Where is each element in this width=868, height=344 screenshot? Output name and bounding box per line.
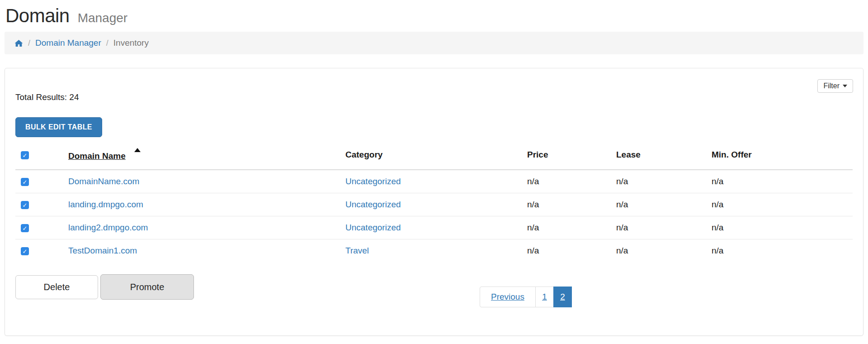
- page-title-sub: Manager: [78, 11, 128, 25]
- row-checkbox[interactable]: [21, 178, 29, 186]
- table-header-row: Domain Name Category Price Lease Min. Of…: [15, 140, 853, 170]
- header-category: Category: [342, 140, 524, 170]
- category-link[interactable]: Uncategorized: [345, 223, 401, 232]
- breadcrumb-current: Inventory: [113, 38, 149, 48]
- category-cell: Travel: [342, 239, 524, 262]
- bulk-edit-table-button[interactable]: BULK EDIT TABLE: [15, 117, 102, 137]
- table-row: DomainName.com Uncategorized n/a n/a n/a: [15, 170, 853, 193]
- price-cell: n/a: [524, 193, 613, 216]
- filter-button[interactable]: Filter: [817, 79, 853, 93]
- category-link[interactable]: Uncategorized: [345, 200, 401, 209]
- pagination-previous[interactable]: Previous: [480, 287, 536, 307]
- breadcrumb: / Domain Manager / Inventory: [5, 32, 863, 54]
- row-checkbox-cell: [15, 216, 57, 239]
- table-row: TestDomain1.com Travel n/a n/a n/a: [15, 239, 853, 262]
- category-cell: Uncategorized: [342, 193, 524, 216]
- filter-button-label: Filter: [823, 82, 840, 90]
- promote-button[interactable]: Promote: [100, 274, 194, 300]
- row-checkbox-cell: [15, 239, 57, 262]
- select-all-checkbox[interactable]: [21, 151, 29, 159]
- table-row: landing.dmpgo.com Uncategorized n/a n/a …: [15, 193, 853, 216]
- actions-row: Delete Promote Previous 1 2: [15, 274, 853, 307]
- pagination: Previous 1 2: [480, 287, 572, 307]
- header-checkbox-cell: [15, 140, 57, 170]
- lease-cell: n/a: [613, 239, 708, 262]
- domain-cell: DomainName.com: [57, 170, 342, 193]
- min-offer-cell: n/a: [708, 193, 853, 216]
- price-cell: n/a: [524, 170, 613, 193]
- domain-link[interactable]: DomainName.com: [68, 177, 139, 186]
- pagination-page-2[interactable]: 2: [553, 287, 572, 307]
- lease-cell: n/a: [613, 216, 708, 239]
- table-body: DomainName.com Uncategorized n/a n/a n/a…: [15, 170, 853, 262]
- inventory-panel: Filter Total Results: 24 BULK EDIT TABLE…: [5, 68, 863, 336]
- lease-cell: n/a: [613, 170, 708, 193]
- category-link[interactable]: Travel: [345, 246, 369, 255]
- table-row: landing2.dmpgo.com Uncategorized n/a n/a…: [15, 216, 853, 239]
- breadcrumb-separator: /: [101, 38, 113, 48]
- header-price: Price: [524, 140, 613, 170]
- page: Domain Manager / Domain Manager / Invent…: [0, 0, 868, 336]
- total-results: Total Results: 24: [15, 92, 853, 102]
- row-checkbox-cell: [15, 193, 57, 216]
- caret-up-icon: [134, 148, 141, 152]
- row-checkbox[interactable]: [21, 247, 29, 255]
- domain-cell: TestDomain1.com: [57, 239, 342, 262]
- domain-cell: landing.dmpgo.com: [57, 193, 342, 216]
- header-lease: Lease: [613, 140, 708, 170]
- row-checkbox[interactable]: [21, 224, 29, 232]
- category-cell: Uncategorized: [342, 170, 524, 193]
- row-checkbox-cell: [15, 170, 57, 193]
- pagination-page-1[interactable]: 1: [535, 287, 554, 307]
- caret-down-icon: [843, 85, 847, 87]
- home-icon: [14, 39, 23, 48]
- header-min-offer: Min. Offer: [708, 140, 853, 170]
- price-cell: n/a: [524, 216, 613, 239]
- lease-cell: n/a: [613, 193, 708, 216]
- domain-link[interactable]: landing2.dmpgo.com: [68, 223, 148, 232]
- sort-by-domain-name-link[interactable]: Domain Name: [68, 151, 126, 161]
- domain-link[interactable]: landing.dmpgo.com: [68, 200, 143, 209]
- domain-link[interactable]: TestDomain1.com: [68, 246, 137, 255]
- min-offer-cell: n/a: [708, 216, 853, 239]
- category-link[interactable]: Uncategorized: [345, 177, 401, 186]
- delete-button[interactable]: Delete: [15, 275, 98, 299]
- breadcrumb-home-link[interactable]: [14, 39, 23, 48]
- min-offer-cell: n/a: [708, 239, 853, 262]
- inventory-table: Domain Name Category Price Lease Min. Of…: [15, 140, 853, 262]
- page-title: Domain Manager: [5, 6, 863, 25]
- page-title-main: Domain: [5, 5, 70, 26]
- breadcrumb-link-domain-manager[interactable]: Domain Manager: [35, 38, 101, 48]
- breadcrumb-separator: /: [23, 38, 35, 48]
- header-domain-name: Domain Name: [57, 140, 342, 170]
- min-offer-cell: n/a: [708, 170, 853, 193]
- price-cell: n/a: [524, 239, 613, 262]
- category-cell: Uncategorized: [342, 216, 524, 239]
- action-buttons: Delete Promote: [15, 274, 853, 300]
- row-checkbox[interactable]: [21, 201, 29, 209]
- domain-cell: landing2.dmpgo.com: [57, 216, 342, 239]
